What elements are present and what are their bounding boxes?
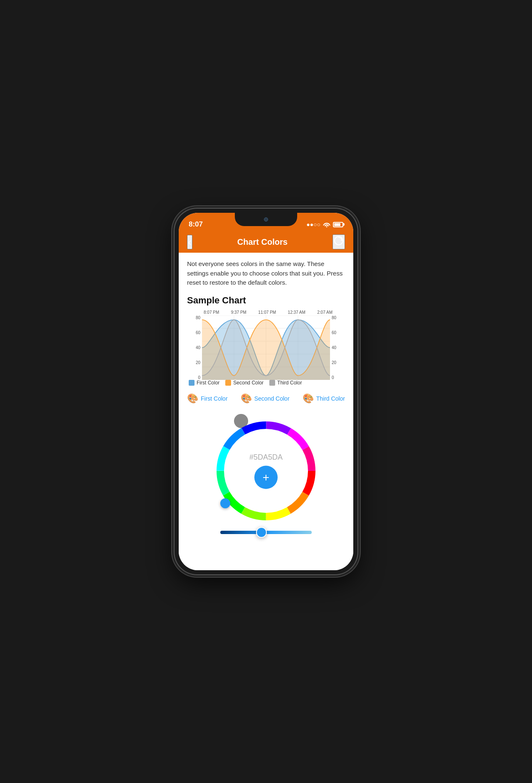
nav-title: Chart Colors xyxy=(237,237,288,247)
saturation-slider-container xyxy=(216,531,316,534)
wifi-icon: ●●○○ xyxy=(306,221,320,228)
sample-chart-title: Sample Chart xyxy=(187,295,345,306)
notch xyxy=(235,213,297,226)
legend-third: Third Color xyxy=(269,380,302,386)
legend-swatch-second xyxy=(225,380,231,386)
color-wheel-section: #5DA5DA + xyxy=(187,414,345,542)
first-color-button[interactable]: 🎨 First Color xyxy=(187,393,228,404)
nav-bar: ‹ Chart Colors xyxy=(179,231,353,253)
x-label-4: 2:07 AM xyxy=(317,310,332,315)
second-color-button[interactable]: 🎨 Second Color xyxy=(241,393,290,404)
add-color-button[interactable]: + xyxy=(254,465,278,489)
x-label-2: 11:07 PM xyxy=(258,310,276,315)
yr-label-20: 20 xyxy=(332,360,336,365)
third-color-button[interactable]: 🎨 Third Color xyxy=(303,393,345,404)
reset-button[interactable] xyxy=(332,234,345,249)
legend-swatch-first xyxy=(189,380,195,386)
x-label-1: 9:37 PM xyxy=(231,310,246,315)
phone-frame: 8:07 ●●○○ ‹ Chart Colors xyxy=(175,209,357,574)
y-axis-right: 80 60 40 20 0 xyxy=(330,315,345,380)
legend-first: First Color xyxy=(189,380,219,386)
y-label-80: 80 xyxy=(196,315,200,320)
back-button[interactable]: ‹ xyxy=(187,235,192,249)
battery-fill xyxy=(334,223,340,226)
x-label-0: 8:07 PM xyxy=(204,310,219,315)
hue-handle[interactable] xyxy=(220,498,230,508)
chart-legend: First Color Second Color Third Color xyxy=(187,380,345,386)
second-color-label: Second Color xyxy=(254,395,290,402)
battery-icon xyxy=(333,222,343,227)
legend-second: Second Color xyxy=(225,380,264,386)
saturation-slider-track[interactable] xyxy=(220,531,312,534)
y-label-60: 60 xyxy=(196,330,200,335)
hex-value: #5DA5DA xyxy=(249,453,283,461)
yr-label-40: 40 xyxy=(332,345,336,350)
third-color-palette-icon: 🎨 xyxy=(303,393,314,404)
description-text: Not everyone sees colors in the same way… xyxy=(187,259,345,288)
content-area: Not everyone sees colors in the same way… xyxy=(179,253,353,570)
color-buttons: 🎨 First Color 🎨 Second Color 🎨 Third Col… xyxy=(187,393,345,404)
x-label-3: 12:37 AM xyxy=(288,310,305,315)
yr-label-0: 0 xyxy=(332,375,334,380)
plus-icon: + xyxy=(263,471,269,483)
legend-swatch-third xyxy=(269,380,275,386)
phone-screen: 8:07 ●●○○ ‹ Chart Colors xyxy=(179,213,353,570)
chart-body: 80 60 40 20 0 xyxy=(187,315,345,380)
chart-plot xyxy=(202,315,330,380)
color-wheel[interactable]: #5DA5DA + xyxy=(216,421,316,521)
camera xyxy=(264,217,268,222)
first-color-label: First Color xyxy=(201,395,228,402)
yr-label-80: 80 xyxy=(332,315,336,320)
y-label-40: 40 xyxy=(196,345,200,350)
yr-label-60: 60 xyxy=(332,330,336,335)
legend-label-first: First Color xyxy=(197,380,219,386)
y-label-20: 20 xyxy=(196,360,200,365)
first-color-palette-icon: 🎨 xyxy=(187,393,198,404)
wifi-symbol-icon xyxy=(323,222,330,227)
chart-x-labels: 8:07 PM 9:37 PM 11:07 PM 12:37 AM 2:07 A… xyxy=(187,310,345,315)
color-wheel-center: #5DA5DA + xyxy=(249,453,283,489)
second-color-palette-icon: 🎨 xyxy=(241,393,252,404)
y-label-0: 0 xyxy=(198,375,200,380)
svg-marker-1 xyxy=(340,239,342,241)
saturation-slider-thumb[interactable] xyxy=(256,527,267,538)
status-icons: ●●○○ xyxy=(306,219,343,228)
third-color-label: Third Color xyxy=(316,395,345,402)
legend-label-second: Second Color xyxy=(233,380,264,386)
legend-label-third: Third Color xyxy=(277,380,302,386)
status-time: 8:07 xyxy=(189,219,203,229)
y-axis-left: 80 60 40 20 0 xyxy=(187,315,202,380)
